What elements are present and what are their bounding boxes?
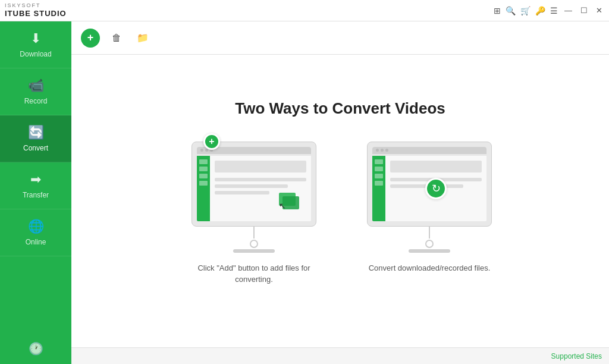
titlebar-controls: ⊞ 🔍 🛒 🔑 ☰ — ☐ ✕ xyxy=(494,6,604,15)
sidebar2-block4 xyxy=(375,181,383,186)
monitor-neck2 xyxy=(429,227,430,239)
sidebar-online-label: Online xyxy=(26,238,46,246)
download-icon: ⬇ xyxy=(30,31,41,46)
content-line1 xyxy=(215,178,306,181)
add-button[interactable]: + xyxy=(81,29,100,48)
logo-line1: ISKYSOFT xyxy=(5,2,67,9)
sidebar-block4 xyxy=(199,181,208,186)
grid-icon[interactable]: ⊞ xyxy=(494,6,501,15)
sidebar-item-download[interactable]: ⬇ Download xyxy=(0,21,71,68)
online-icon: 🌐 xyxy=(28,219,44,234)
maximize-button[interactable]: ☐ xyxy=(579,6,589,15)
monitor1-screen: ↖ xyxy=(197,156,311,221)
sidebar2-block2 xyxy=(375,167,383,171)
menu-icon[interactable]: ☰ xyxy=(550,6,558,15)
convert-icon: 🔄 xyxy=(28,125,44,140)
cart-icon[interactable]: 🛒 xyxy=(520,6,530,15)
monitor2-dot3 xyxy=(385,149,388,152)
close-button[interactable]: ✕ xyxy=(594,6,604,15)
content-block1 xyxy=(215,161,306,172)
record-icon: 📹 xyxy=(28,78,44,93)
folder-button[interactable]: 📁 xyxy=(133,29,152,48)
clock-icon[interactable]: 🕐 xyxy=(29,341,43,356)
sidebar-convert-label: Convert xyxy=(23,144,48,152)
monitor1-content: ↖ xyxy=(210,156,311,221)
minimize-button[interactable]: — xyxy=(563,6,574,15)
content-line2 xyxy=(215,184,288,188)
monitor1-screen-outer: ↖ xyxy=(192,142,316,227)
way1-monitor: + xyxy=(192,142,316,253)
monitor-base1 xyxy=(233,249,275,253)
content2-block1 xyxy=(390,161,482,172)
way2-description: Convert downloaded/recorded files. xyxy=(369,262,491,274)
search-icon[interactable]: 🔍 xyxy=(506,6,516,15)
logo-line2: ITUBE STUDIO xyxy=(5,9,67,18)
supported-sites-link[interactable]: Supported Sites xyxy=(551,352,602,360)
sidebar-download-label: Download xyxy=(20,50,51,58)
monitor-dot1 xyxy=(200,149,203,152)
content-inner: Two Ways to Convert Videos + xyxy=(71,55,609,347)
way1-item: + xyxy=(189,142,319,285)
transfer-icon: ➡ xyxy=(30,172,41,187)
sidebar2-block3 xyxy=(375,174,383,178)
monitor2-sidebar xyxy=(372,156,385,221)
sidebar-item-convert[interactable]: 🔄 Convert xyxy=(0,115,71,162)
sidebar-item-online[interactable]: 🌐 Online xyxy=(0,209,71,256)
page-title: Two Ways to Convert Videos xyxy=(235,99,445,118)
monitor2-top-bar xyxy=(372,147,486,154)
sidebar: ⬇ Download 📹 Record 🔄 Convert ➡ Transfer… xyxy=(0,21,71,364)
sidebar-item-record[interactable]: 📹 Record xyxy=(0,68,71,115)
sidebar-transfer-label: Transfer xyxy=(23,191,49,199)
monitor2-stand xyxy=(367,227,492,253)
sidebar-item-transfer[interactable]: ➡ Transfer xyxy=(0,162,71,209)
app-logo: ISKYSOFT ITUBE STUDIO xyxy=(5,2,67,18)
toolbar: + 🗑 📁 xyxy=(71,21,609,55)
drag-area: ↖ xyxy=(215,197,306,216)
monitor-base-circle2 xyxy=(425,240,434,248)
plus-badge: + xyxy=(203,133,220,150)
way2-item: ↻ Convert downloaded/recorded files. xyxy=(367,142,492,274)
way2-monitor: ↻ xyxy=(367,142,492,253)
cursor-icon: ↖ xyxy=(279,201,286,211)
monitor-neck1 xyxy=(253,227,255,239)
monitor2-dot1 xyxy=(376,149,379,152)
sidebar2-block1 xyxy=(375,159,383,164)
sidebar-record-label: Record xyxy=(24,97,48,105)
titlebar: ISKYSOFT ITUBE STUDIO ⊞ 🔍 🛒 🔑 ☰ — ☐ ✕ xyxy=(0,0,609,21)
monitor2-screen-outer: ↻ xyxy=(367,142,492,227)
sidebar-block3 xyxy=(199,174,208,178)
statusbar: Supported Sites xyxy=(71,347,609,364)
sidebar-block1 xyxy=(199,159,208,164)
refresh-badge: ↻ xyxy=(425,178,447,199)
delete-button[interactable]: 🗑 xyxy=(107,29,126,48)
monitor2-content: ↻ xyxy=(385,156,486,221)
key-icon[interactable]: 🔑 xyxy=(535,6,545,15)
content-line3 xyxy=(215,191,269,194)
ways-container: + xyxy=(189,142,492,285)
way1-description: Click "Add" button to add files for conv… xyxy=(189,262,319,285)
monitor-base2 xyxy=(409,249,450,253)
main-layout: ⬇ Download 📹 Record 🔄 Convert ➡ Transfer… xyxy=(0,21,609,364)
sidebar-block2 xyxy=(199,167,208,171)
sidebar-bottom: 🕐 xyxy=(0,333,71,364)
monitor2-dot2 xyxy=(381,149,384,152)
content-panel: + 🗑 📁 Two Ways to Convert Videos + xyxy=(71,21,609,364)
monitor2-screen: ↻ xyxy=(372,156,486,221)
monitor-base-circle1 xyxy=(250,240,258,248)
drag-overlay: ↖ xyxy=(279,193,302,212)
monitor1-stand xyxy=(192,227,316,253)
monitor1-sidebar xyxy=(197,156,210,221)
